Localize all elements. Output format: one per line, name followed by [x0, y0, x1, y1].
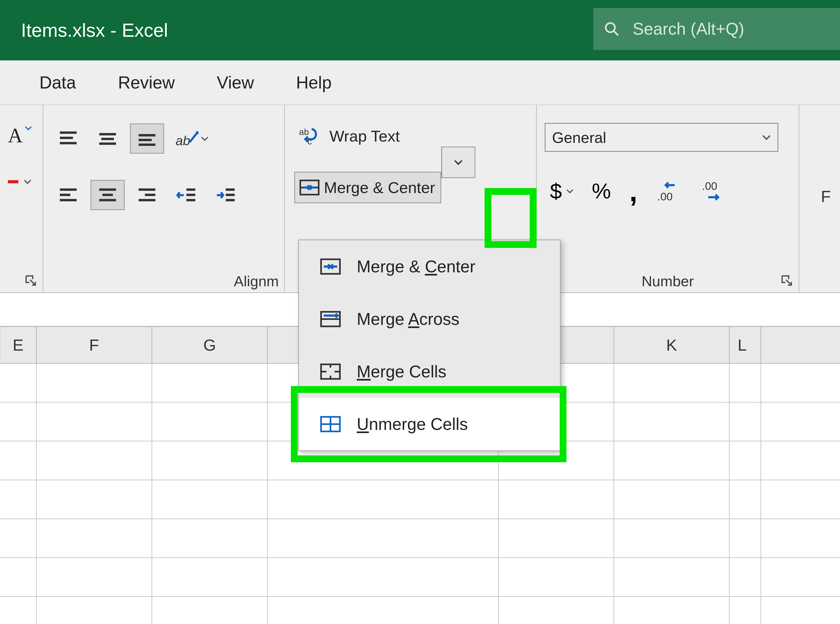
cell[interactable]: [152, 597, 268, 624]
cell[interactable]: [268, 597, 499, 624]
cell[interactable]: [499, 519, 614, 557]
cell[interactable]: [730, 403, 761, 441]
cell[interactable]: [152, 403, 268, 441]
cell[interactable]: [614, 364, 730, 402]
number-group: General $ % , .00 .00: [537, 105, 799, 292]
comma-format-button[interactable]: ,: [624, 175, 643, 207]
svg-point-0: [606, 23, 615, 32]
cell[interactable]: [152, 519, 268, 557]
align-bottom-button[interactable]: [130, 124, 164, 154]
merge-center-button[interactable]: Merge & Center: [294, 172, 441, 203]
wrap-text-label: Wrap Text: [330, 127, 400, 145]
decrease-indent-icon: [176, 186, 197, 204]
merge-center-label: Merge & Center: [324, 179, 441, 197]
cell[interactable]: [614, 558, 730, 596]
merge-center-dropdown[interactable]: [441, 147, 475, 178]
font-color-dropdown[interactable]: [24, 179, 31, 185]
cell[interactable]: [268, 480, 499, 518]
cell[interactable]: [0, 364, 37, 402]
cell[interactable]: [0, 597, 37, 624]
decrease-decimal-button[interactable]: .00: [695, 175, 732, 207]
col-header-e[interactable]: E: [0, 327, 37, 363]
cell[interactable]: [0, 519, 37, 557]
grid-row: [0, 519, 840, 558]
tab-review[interactable]: Review: [118, 73, 174, 93]
cell[interactable]: [730, 597, 761, 624]
highlight-box-dropdown: [485, 188, 536, 248]
cell[interactable]: [0, 558, 37, 596]
cell[interactable]: [37, 442, 152, 480]
tab-help[interactable]: Help: [296, 73, 332, 93]
cell[interactable]: [37, 558, 152, 596]
align-center-button[interactable]: [91, 180, 125, 210]
cell[interactable]: [614, 442, 730, 480]
cell[interactable]: [37, 364, 152, 402]
percent-format-button[interactable]: %: [587, 175, 617, 207]
col-header-g[interactable]: G: [152, 327, 268, 363]
align-top-button[interactable]: [51, 124, 85, 154]
menu-item-label: Merge & Center: [357, 257, 475, 276]
cell[interactable]: [730, 364, 761, 402]
font-dialog-launcher[interactable]: [24, 274, 37, 287]
align-left-button[interactable]: [51, 180, 85, 210]
align-right-button[interactable]: [130, 180, 164, 210]
align-right-icon: [137, 186, 157, 204]
col-header-l[interactable]: L: [730, 327, 761, 363]
accounting-format-button[interactable]: $: [545, 175, 579, 207]
font-color-button[interactable]: [8, 179, 35, 185]
menu-item-merge-center[interactable]: Merge & Center: [299, 240, 560, 293]
cell[interactable]: [614, 403, 730, 441]
svg-text:.00: .00: [702, 180, 717, 192]
align-middle-icon: [97, 130, 118, 148]
chevron-down-icon: [566, 188, 573, 194]
cell[interactable]: [152, 480, 268, 518]
cell[interactable]: [37, 403, 152, 441]
wrap-text-button[interactable]: ab c Wrap Text: [298, 125, 528, 147]
merge-across-icon: [320, 310, 341, 328]
align-center-icon: [97, 186, 118, 204]
cell[interactable]: [730, 442, 761, 480]
increase-decimal-button[interactable]: .00: [650, 175, 687, 207]
cell[interactable]: [0, 403, 37, 441]
cell[interactable]: [37, 597, 152, 624]
svg-text:ab: ab: [176, 133, 190, 148]
cell[interactable]: [152, 442, 268, 480]
grow-font-button[interactable]: A: [8, 124, 35, 147]
cell[interactable]: [730, 519, 761, 557]
alignment-group-label: Alignm: [234, 273, 279, 290]
orientation-button[interactable]: ab: [169, 124, 214, 154]
number-format-selector[interactable]: General: [545, 123, 778, 152]
menu-item-merge-across[interactable]: Merge Across: [299, 293, 560, 345]
cell[interactable]: [0, 480, 37, 518]
cell[interactable]: [499, 597, 614, 624]
cell[interactable]: [37, 480, 152, 518]
tab-data[interactable]: Data: [39, 73, 76, 93]
menu-item-label: Merge Across: [357, 309, 459, 329]
cell[interactable]: [730, 480, 761, 518]
cell[interactable]: [614, 519, 730, 557]
tab-view[interactable]: View: [217, 73, 254, 93]
cell[interactable]: [0, 442, 37, 480]
ribbon-clipped-right: F: [799, 105, 831, 292]
number-dialog-launcher[interactable]: [780, 274, 793, 287]
cell[interactable]: [614, 597, 730, 624]
cell[interactable]: [614, 480, 730, 518]
increase-indent-button[interactable]: [209, 180, 243, 210]
cell[interactable]: [152, 364, 268, 402]
cell[interactable]: [268, 519, 499, 557]
cell[interactable]: [499, 558, 614, 596]
cell[interactable]: [499, 480, 614, 518]
cell[interactable]: [152, 558, 268, 596]
col-header-f[interactable]: F: [37, 327, 152, 363]
svg-line-1: [614, 31, 618, 36]
cell[interactable]: [730, 558, 761, 596]
cell[interactable]: [268, 558, 499, 596]
grid-row: [0, 480, 840, 519]
merge-center-icon: [320, 257, 341, 276]
decrease-indent-button[interactable]: [169, 180, 203, 210]
align-middle-button[interactable]: [91, 124, 125, 154]
cell[interactable]: [37, 519, 152, 557]
grid-row: [0, 597, 840, 624]
col-header-k[interactable]: K: [614, 327, 730, 363]
search-box[interactable]: Search (Alt+Q): [593, 8, 840, 50]
